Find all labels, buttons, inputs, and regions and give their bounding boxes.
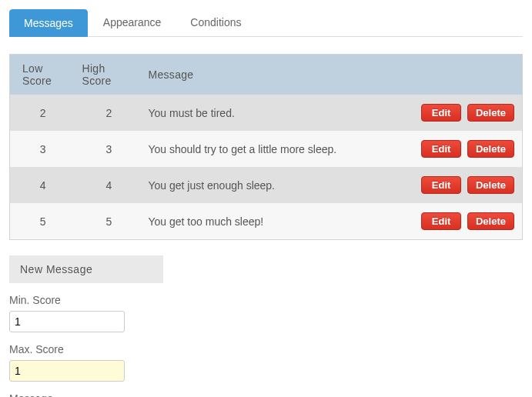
cell-message: You should try to get a little more slee… bbox=[142, 131, 407, 167]
delete-button[interactable]: Delete bbox=[467, 104, 514, 122]
min-score-label: Min. Score bbox=[9, 294, 523, 306]
edit-button[interactable]: Edit bbox=[421, 140, 461, 158]
max-score-input[interactable] bbox=[9, 360, 125, 382]
cell-actions: Edit Delete bbox=[407, 167, 523, 203]
cell-actions: Edit Delete bbox=[407, 131, 523, 167]
cell-high: 5 bbox=[76, 203, 142, 240]
table-row: 3 3 You should try to get a little more … bbox=[10, 131, 523, 167]
cell-message: You get just enough sleep. bbox=[142, 167, 407, 203]
cell-high: 2 bbox=[76, 95, 142, 131]
cell-low: 2 bbox=[10, 95, 76, 131]
header-high-score: High Score bbox=[76, 55, 142, 95]
cell-actions: Edit Delete bbox=[407, 95, 523, 131]
max-score-label: Max. Score bbox=[9, 343, 523, 355]
cell-high: 4 bbox=[76, 167, 142, 203]
header-low-score: Low Score bbox=[10, 55, 76, 95]
table-row: 4 4 You get just enough sleep. Edit Dele… bbox=[10, 167, 523, 203]
tab-conditions[interactable]: Conditions bbox=[176, 9, 255, 37]
edit-button[interactable]: Edit bbox=[421, 176, 461, 194]
cell-message: You must be tired. bbox=[142, 95, 407, 131]
delete-button[interactable]: Delete bbox=[467, 176, 514, 194]
cell-low: 5 bbox=[10, 203, 76, 240]
tab-appearance[interactable]: Appearance bbox=[89, 9, 176, 37]
tab-messages[interactable]: Messages bbox=[9, 9, 88, 37]
cell-actions: Edit Delete bbox=[407, 203, 523, 240]
cell-message: You get too much sleep! bbox=[142, 203, 407, 240]
cell-high: 3 bbox=[76, 131, 142, 167]
table-row: 2 2 You must be tired. Edit Delete bbox=[10, 95, 523, 131]
table-header-row: Low Score High Score Message bbox=[10, 55, 523, 95]
table-row: 5 5 You get too much sleep! Edit Delete bbox=[10, 203, 523, 240]
edit-button[interactable]: Edit bbox=[421, 104, 461, 122]
new-message-heading: New Message bbox=[9, 255, 163, 283]
messages-table: Low Score High Score Message 2 2 You mus… bbox=[9, 54, 523, 240]
delete-button[interactable]: Delete bbox=[467, 140, 514, 158]
delete-button[interactable]: Delete bbox=[467, 212, 514, 230]
message-label: Message bbox=[9, 392, 523, 397]
edit-button[interactable]: Edit bbox=[421, 212, 461, 230]
cell-low: 4 bbox=[10, 167, 76, 203]
header-actions bbox=[407, 55, 523, 95]
tabs: Messages Appearance Conditions bbox=[9, 9, 523, 37]
min-score-input[interactable] bbox=[9, 311, 125, 332]
cell-low: 3 bbox=[10, 131, 76, 167]
header-message: Message bbox=[142, 55, 407, 95]
